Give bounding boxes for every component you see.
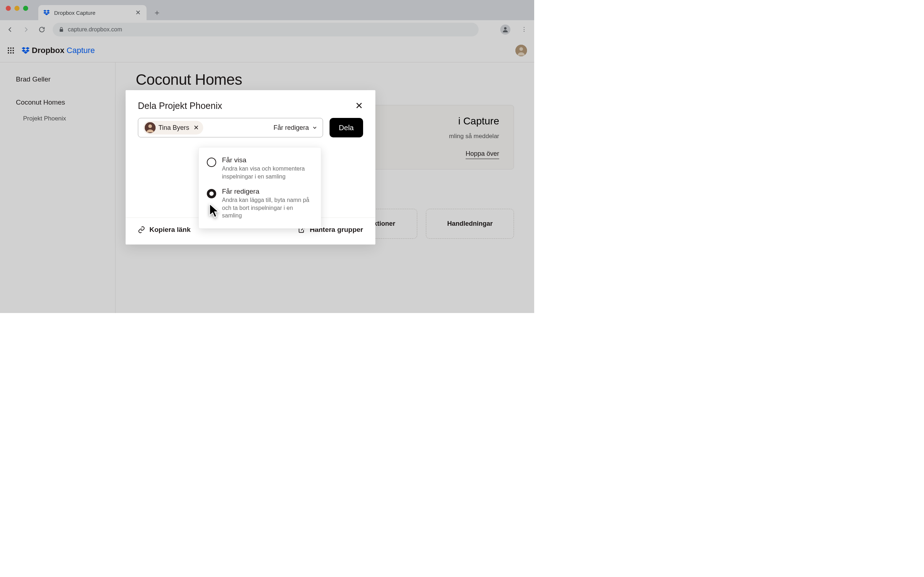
sidebar-item-user[interactable]: Brad Geller — [0, 71, 115, 88]
svg-rect-5 — [10, 50, 11, 51]
app-header: Dropbox Capture — [0, 39, 534, 62]
maximize-window-icon[interactable] — [23, 6, 28, 11]
permission-option-view[interactable]: Får visa Andra kan visa och kommentera i… — [199, 153, 321, 184]
copy-link-button[interactable]: Kopiera länk — [138, 226, 191, 234]
chevron-down-icon — [312, 125, 318, 131]
tab-close-icon[interactable]: ✕ — [134, 9, 142, 16]
radio-unselected-icon — [207, 158, 216, 167]
option-description: Andra kan lägga till, byta namn på och t… — [222, 196, 313, 220]
forward-button[interactable] — [21, 24, 31, 35]
address-bar[interactable]: capture.dropbox.com — [53, 23, 478, 36]
permission-selected-label: Får redigera — [274, 124, 309, 132]
svg-point-11 — [519, 47, 523, 51]
svg-rect-6 — [13, 50, 14, 51]
close-window-icon[interactable] — [6, 6, 11, 11]
new-tab-button[interactable]: ＋ — [151, 6, 163, 19]
logo-text-2: Capture — [67, 46, 95, 55]
option-description: Andra kan visa och kommentera inspelning… — [222, 165, 313, 180]
svg-rect-1 — [8, 47, 9, 48]
skip-link[interactable]: Hoppa över — [465, 150, 499, 159]
collection-card[interactable]: Handledningar — [426, 209, 514, 239]
minimize-window-icon[interactable] — [15, 6, 19, 11]
svg-rect-4 — [8, 50, 9, 51]
svg-rect-8 — [10, 52, 11, 53]
apps-grid-icon[interactable] — [7, 47, 15, 54]
browser-toolbar: capture.dropbox.com ⋮ — [0, 20, 534, 39]
browser-tab[interactable]: Dropbox Capture ✕ — [38, 5, 147, 20]
logo-text-1: Dropbox — [32, 46, 64, 55]
tab-strip: Dropbox Capture ✕ ＋ — [0, 0, 534, 20]
sidebar: Brad Geller Coconut Homes Projekt Phoeni… — [0, 62, 115, 313]
user-avatar[interactable] — [515, 45, 527, 56]
svg-rect-2 — [10, 47, 11, 48]
option-title: Får redigera — [222, 187, 313, 195]
modal-title: Dela Projekt Phoenix — [138, 101, 222, 111]
sidebar-item-projekt-phoenix[interactable]: Projekt Phoenix — [0, 111, 115, 127]
reload-button[interactable] — [37, 24, 47, 35]
svg-rect-7 — [8, 52, 9, 53]
dropbox-favicon — [43, 10, 50, 16]
link-icon — [138, 226, 145, 233]
svg-rect-3 — [13, 47, 14, 48]
url-text: capture.dropbox.com — [68, 26, 122, 33]
copy-link-label: Kopiera länk — [149, 226, 191, 234]
dropbox-logo-icon — [22, 47, 30, 55]
close-modal-icon[interactable]: ✕ — [355, 100, 363, 111]
recipient-avatar — [145, 122, 155, 133]
option-title: Får visa — [222, 156, 313, 164]
recipient-chip: Tina Byers ✕ — [143, 121, 203, 134]
svg-rect-9 — [13, 52, 14, 53]
permission-dropdown-trigger[interactable]: Får redigera — [274, 124, 318, 132]
sidebar-item-coconut-homes[interactable]: Coconut Homes — [0, 94, 115, 111]
back-button[interactable] — [5, 24, 15, 35]
svg-point-0 — [504, 27, 507, 29]
app-logo[interactable]: Dropbox Capture — [22, 46, 95, 55]
radio-selected-icon — [207, 189, 216, 198]
chrome-menu-icon[interactable]: ⋮ — [519, 26, 529, 33]
lock-icon — [58, 27, 64, 32]
share-button[interactable]: Dela — [330, 118, 363, 137]
browser-chrome: Dropbox Capture ✕ ＋ capture.dropbox.com … — [0, 0, 534, 39]
window-controls — [6, 6, 28, 11]
mouse-cursor-icon — [209, 203, 221, 221]
recipient-name: Tina Byers — [158, 124, 189, 132]
page-title: Coconut Homes — [136, 71, 514, 89]
share-recipient-input[interactable]: Tina Byers ✕ Får redigera — [138, 118, 323, 137]
tab-title: Dropbox Capture — [54, 10, 130, 16]
remove-recipient-icon[interactable]: ✕ — [194, 124, 199, 132]
svg-point-13 — [149, 124, 152, 128]
chrome-profile-icon[interactable] — [500, 24, 510, 35]
